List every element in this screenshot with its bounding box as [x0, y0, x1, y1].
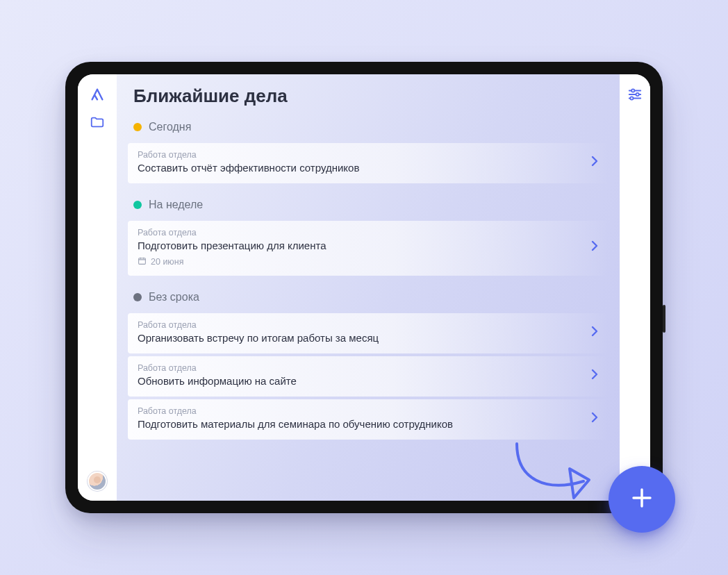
calendar-icon	[138, 256, 147, 267]
svg-point-4	[636, 93, 639, 96]
section-header-week[interactable]: На неделе	[117, 189, 620, 218]
section-label: Без срока	[149, 291, 199, 303]
status-dot-week	[133, 201, 142, 209]
header: Ближайшие дела	[117, 74, 620, 111]
avatar[interactable]	[88, 472, 107, 491]
svg-point-6	[630, 97, 633, 99]
task-title: Организовать встречу по итогам работы за…	[138, 331, 577, 345]
right-strip	[620, 74, 650, 501]
chevron-right-icon	[590, 240, 599, 255]
section-header-today[interactable]: Сегодня	[117, 111, 620, 140]
chevron-right-icon	[590, 411, 599, 426]
screen: Ближайшие дела Сегодня Работа отдела Сос…	[78, 74, 650, 501]
task-category: Работа отдела	[138, 406, 577, 416]
task-title: Обновить информацию на сайте	[138, 374, 577, 388]
callout-arrow-icon	[511, 438, 609, 510]
task-group-week: Работа отдела Подготовить презентацию дл…	[117, 218, 620, 281]
status-dot-nodue	[133, 293, 142, 301]
task-group-today: Работа отдела Составить отчёт эффективно…	[117, 140, 620, 189]
task-row[interactable]: Работа отдела Обновить информацию на сай…	[128, 356, 609, 397]
plus-icon	[628, 484, 656, 515]
sliders-icon[interactable]	[627, 87, 643, 501]
svg-rect-0	[139, 258, 146, 264]
task-title: Подготовить презентацию для клиента	[138, 239, 577, 253]
task-meta: 20 июня	[138, 256, 577, 267]
task-category: Работа отдела	[138, 363, 577, 373]
logo-icon[interactable]	[90, 87, 105, 102]
task-title: Составить отчёт эффективности сотруднико…	[138, 161, 577, 175]
chevron-right-icon	[590, 155, 599, 170]
task-row[interactable]: Работа отдела Подготовить материалы для …	[128, 399, 609, 440]
status-dot-today	[133, 123, 142, 131]
left-rail	[78, 74, 117, 501]
add-button[interactable]	[609, 466, 675, 533]
chevron-right-icon	[590, 368, 599, 383]
task-row[interactable]: Работа отдела Подготовить презентацию дл…	[128, 221, 609, 275]
section-label: На неделе	[149, 199, 203, 211]
page-title: Ближайшие дела	[133, 85, 288, 107]
section-label: Сегодня	[149, 121, 191, 133]
task-category: Работа отдела	[138, 320, 577, 330]
task-date: 20 июня	[151, 257, 183, 267]
svg-point-2	[631, 89, 634, 92]
tablet-frame: Ближайшие дела Сегодня Работа отдела Сос…	[65, 62, 663, 513]
task-category: Работа отдела	[138, 150, 577, 160]
chevron-right-icon	[590, 325, 599, 340]
content-area: Ближайшие дела Сегодня Работа отдела Сос…	[117, 74, 620, 501]
folder-icon[interactable]	[90, 115, 105, 130]
section-header-nodue[interactable]: Без срока	[117, 281, 620, 310]
task-title: Подготовить материалы для семинара по об…	[138, 417, 577, 431]
task-row[interactable]: Работа отдела Составить отчёт эффективно…	[128, 143, 609, 183]
task-group-nodue: Работа отдела Организовать встречу по ит…	[117, 310, 620, 446]
task-category: Работа отдела	[138, 228, 577, 238]
task-row[interactable]: Работа отдела Организовать встречу по ит…	[128, 313, 609, 353]
